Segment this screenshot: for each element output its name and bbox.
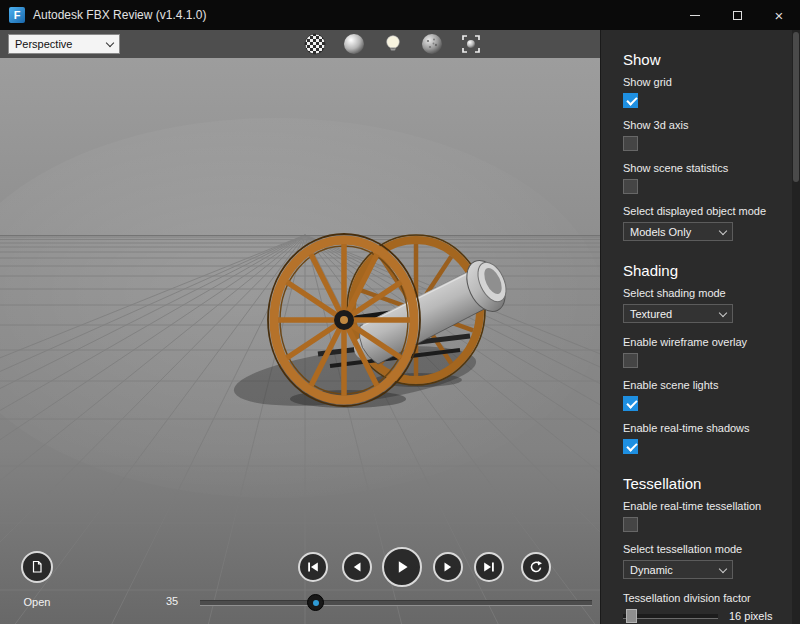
light-bulb-icon[interactable] — [382, 33, 404, 55]
maximize-button[interactable] — [716, 0, 758, 30]
shading-section: Shading Select shading mode Textured Ena… — [623, 263, 800, 454]
tessellation-section-title: Tessellation — [623, 476, 800, 491]
show-section-title: Show — [623, 52, 800, 67]
frame-selection-icon[interactable] — [460, 33, 482, 55]
show-section: Show Show grid Show 3d axis Show scene s… — [623, 52, 800, 241]
scene-lights-label: Enable scene lights — [623, 380, 800, 391]
tessellation-division-row: 16 pixels — [623, 609, 800, 623]
realtime-shadows-checkbox[interactable] — [623, 439, 638, 454]
panel-scrollbar — [792, 30, 800, 624]
next-frame-icon — [441, 560, 455, 574]
chevron-down-icon — [719, 226, 727, 234]
chevron-down-icon — [719, 564, 727, 572]
loop-icon — [529, 560, 543, 574]
tessellation-section: Tessellation Enable real-time tessellati… — [623, 476, 800, 623]
window-controls: × — [674, 0, 800, 30]
open-file-button[interactable] — [21, 551, 53, 583]
fbx-app-icon: F — [9, 7, 25, 23]
realtime-tessellation-label: Enable real-time tessellation — [623, 501, 800, 512]
chevron-down-icon — [719, 308, 727, 316]
viewport: Perspective — [0, 30, 600, 624]
app-window: F Autodesk FBX Review (v1.4.1.0) × Persp… — [0, 0, 800, 624]
shading-section-title: Shading — [623, 263, 800, 278]
shaded-sphere-icon[interactable] — [343, 33, 365, 55]
current-frame-label: 35 — [166, 595, 178, 607]
chevron-down-icon — [106, 39, 114, 47]
skip-to-end-button[interactable] — [474, 552, 504, 582]
displayed-object-mode-value: Models Only — [630, 226, 691, 238]
play-button[interactable] — [382, 547, 422, 587]
displayed-object-mode-label: Select displayed object mode — [623, 206, 800, 217]
show-scene-statistics-label: Show scene statistics — [623, 163, 800, 174]
tessellation-division-value: 16 pixels — [729, 610, 772, 622]
tessellation-mode-select[interactable]: Dynamic — [623, 560, 733, 579]
maximize-icon — [733, 11, 742, 20]
play-icon — [393, 558, 411, 576]
show-scene-statistics-checkbox[interactable] — [623, 179, 638, 194]
shading-mode-select[interactable]: Textured — [623, 304, 733, 323]
viewport-toolbar: Perspective — [0, 30, 600, 58]
timeline-thumb[interactable] — [307, 594, 324, 611]
displayed-object-mode-select[interactable]: Models Only — [623, 222, 733, 241]
timeline-track[interactable] — [200, 600, 592, 606]
tessellation-mode-value: Dynamic — [630, 564, 673, 576]
wireframe-overlay-label: Enable wireframe overlay — [623, 337, 800, 348]
skip-to-start-button[interactable] — [298, 552, 328, 582]
open-file-icon — [29, 559, 45, 575]
next-frame-button[interactable] — [433, 552, 463, 582]
camera-select[interactable]: Perspective — [8, 34, 120, 54]
titlebar: F Autodesk FBX Review (v1.4.1.0) × — [0, 0, 800, 30]
checker-sphere-icon[interactable] — [304, 33, 326, 55]
close-icon: × — [775, 8, 784, 23]
3d-scene[interactable] — [0, 58, 600, 624]
show-grid-label: Show grid — [623, 77, 800, 88]
close-button[interactable]: × — [758, 0, 800, 30]
shading-mode-label: Select shading mode — [623, 288, 800, 299]
tessellation-division-slider[interactable] — [623, 614, 718, 619]
textured-sphere-icon[interactable] — [421, 33, 443, 55]
shading-mode-value: Textured — [630, 308, 672, 320]
realtime-tessellation-checkbox[interactable] — [623, 517, 638, 532]
show-grid-checkbox[interactable] — [623, 93, 638, 108]
skip-to-start-icon — [306, 560, 320, 574]
timeline-thumb-dot — [313, 600, 319, 606]
open-label: Open — [13, 596, 61, 608]
loop-button[interactable] — [521, 552, 551, 582]
minimize-icon — [690, 15, 700, 16]
tessellation-division-slider-handle[interactable] — [626, 609, 637, 623]
tessellation-division-label: Tessellation division factor — [623, 593, 800, 604]
settings-panel: Show Show grid Show 3d axis Show scene s… — [600, 30, 800, 624]
previous-frame-button[interactable] — [342, 552, 372, 582]
skip-to-end-icon — [482, 560, 496, 574]
previous-frame-icon — [350, 560, 364, 574]
tessellation-mode-label: Select tessellation mode — [623, 544, 800, 555]
minimize-button[interactable] — [674, 0, 716, 30]
show-3d-axis-checkbox[interactable] — [623, 136, 638, 151]
panel-scrollbar-thumb[interactable] — [793, 32, 799, 182]
wireframe-overlay-checkbox[interactable] — [623, 353, 638, 368]
realtime-shadows-label: Enable real-time shadows — [623, 423, 800, 434]
cannon-front-wheel — [268, 234, 420, 406]
camera-select-value: Perspective — [15, 38, 72, 50]
window-title: Autodesk FBX Review (v1.4.1.0) — [33, 8, 206, 22]
show-3d-axis-label: Show 3d axis — [623, 120, 800, 131]
shading-toolbar — [304, 33, 482, 55]
scene-lights-checkbox[interactable] — [623, 396, 638, 411]
